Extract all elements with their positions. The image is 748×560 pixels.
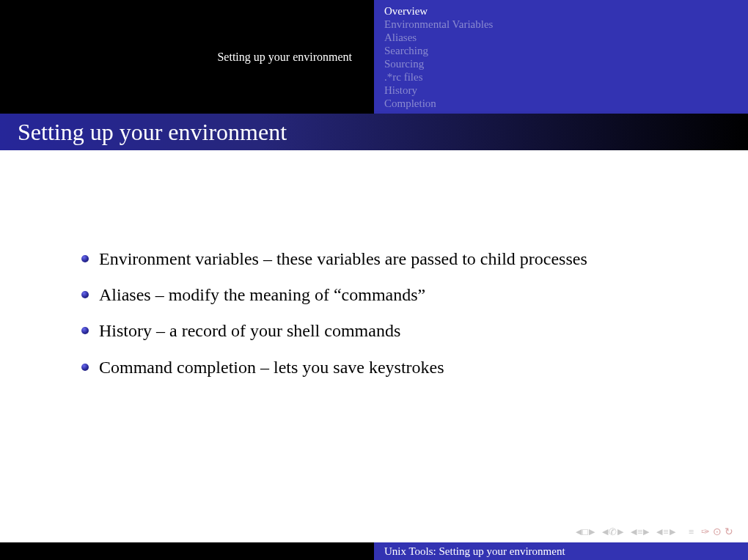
header-nav: OverviewEnvironmental VariablesAliasesSe… — [374, 0, 748, 114]
footer-text: Unix Tools: Setting up your environment — [384, 545, 565, 558]
bullet-item: Aliases – modify the meaning of “command… — [99, 281, 689, 309]
nav-prev-button[interactable]: ◀≡▶ — [631, 526, 649, 538]
nav-item-6[interactable]: History — [384, 84, 748, 97]
nav-back-button[interactable]: ✑ — [701, 526, 710, 538]
nav-end-group: ✑ ⊙ ↻ — [701, 526, 733, 538]
footer-right: Unix Tools: Setting up your environment — [374, 542, 748, 560]
title-bar: Setting up your environment — [0, 114, 748, 150]
nav-search-button[interactable]: ⊙ — [713, 526, 722, 538]
bullet-item: History – a record of your shell command… — [99, 317, 689, 345]
nav-next-button[interactable]: ◀≡▶ — [656, 526, 675, 538]
bullet-item: Environment variables – these variables … — [99, 246, 689, 273]
nav-controls: ◀□▶ ◀✆▶ ◀≡▶ ◀≡▶ ≡ ✑ ⊙ ↻ — [576, 526, 733, 538]
nav-forward-button[interactable]: ↻ — [725, 526, 733, 538]
nav-first-button[interactable]: ◀□▶ — [576, 526, 595, 538]
footer: Unix Tools: Setting up your environment — [0, 542, 748, 560]
nav-item-7[interactable]: Completion — [384, 97, 748, 110]
header-left: Setting up your environment — [0, 0, 374, 114]
header: Setting up your environment OverviewEnvi… — [0, 0, 748, 114]
slide-title: Setting up your environment — [18, 119, 287, 146]
nav-item-5[interactable]: .*rc files — [384, 70, 748, 84]
nav-item-1[interactable]: Environmental Variables — [384, 18, 748, 31]
slide-body: Environment variables – these variables … — [0, 150, 748, 542]
slide: Setting up your environment OverviewEnvi… — [0, 0, 748, 560]
footer-left — [0, 542, 374, 560]
nav-item-2[interactable]: Aliases — [384, 31, 748, 44]
nav-item-4[interactable]: Sourcing — [384, 57, 748, 70]
section-label: Setting up your environment — [217, 51, 352, 64]
nav-toc-button[interactable]: ≡ — [689, 526, 694, 538]
nav-prev-slide-button[interactable]: ◀✆▶ — [602, 526, 623, 538]
nav-item-0[interactable]: Overview — [384, 4, 748, 18]
nav-item-3[interactable]: Searching — [384, 44, 748, 57]
bullet-list: Environment variables – these variables … — [99, 246, 689, 381]
bullet-item: Command completion – lets you save keyst… — [99, 354, 689, 381]
